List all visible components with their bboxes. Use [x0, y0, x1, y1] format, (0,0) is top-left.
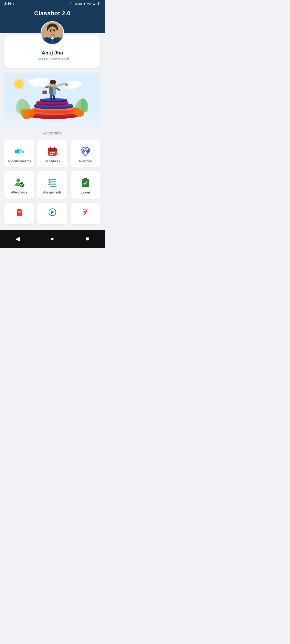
- svg-point-46: [54, 83, 55, 85]
- megaphone-icon: [14, 146, 25, 157]
- svg-point-45: [50, 80, 56, 84]
- network-icon: 4G+: [87, 2, 92, 5]
- status-left: 2:16 ↓: [4, 2, 15, 6]
- app-title: Classbot 2.0: [0, 10, 105, 17]
- schedules-label: Schedules: [45, 159, 60, 163]
- exams-label: Exams: [81, 191, 90, 194]
- person-check-icon: [14, 177, 25, 188]
- punches-label: Punches: [79, 159, 92, 163]
- fees-item[interactable]: [71, 203, 100, 224]
- svg-point-68: [16, 178, 20, 182]
- svg-point-64: [52, 152, 53, 153]
- punches-item[interactable]: Punches: [71, 140, 100, 167]
- svg-point-65: [53, 152, 55, 153]
- announcements-label: Announcements: [8, 159, 31, 163]
- academics-grid: Announcements Schedules: [0, 135, 105, 203]
- fingerprint-icon: [80, 146, 91, 157]
- svg-point-67: [52, 154, 53, 155]
- svg-point-7: [50, 30, 52, 32]
- svg-point-63: [50, 152, 51, 153]
- attendance-item[interactable]: Attendance: [4, 171, 34, 199]
- svg-rect-54: [15, 150, 16, 153]
- list-check-icon: [47, 177, 58, 188]
- academics-text: Academics: [43, 131, 61, 135]
- download-icon: ↓: [13, 2, 15, 6]
- bottom-nav: ◀ ● ■: [0, 230, 105, 248]
- volte-icon: VoLTE: [75, 2, 82, 5]
- svg-point-12: [15, 80, 23, 88]
- home-button[interactable]: ●: [47, 233, 58, 244]
- document-icon: [15, 208, 23, 216]
- announcements-item[interactable]: Announcements: [4, 140, 34, 167]
- profile-class: Class 8 State Board: [10, 57, 95, 61]
- signal-icon: ▲: [93, 2, 96, 5]
- svg-marker-81: [51, 211, 54, 214]
- assignments-label: Assignments: [43, 191, 62, 194]
- assignments-item[interactable]: Assignments: [37, 171, 67, 199]
- partial-grid: [0, 203, 105, 228]
- svg-line-57: [23, 152, 24, 153]
- avatar: [41, 21, 64, 45]
- svg-rect-76: [84, 179, 86, 180]
- rupee-icon: [81, 208, 89, 216]
- svg-point-9: [50, 34, 55, 36]
- vibrate-icon: 📳: [70, 2, 74, 5]
- battery-icon: 🔋: [97, 2, 100, 5]
- svg-point-15: [28, 79, 39, 85]
- wifi-icon: ▼: [83, 2, 86, 5]
- svg-rect-60: [48, 150, 57, 151]
- svg-point-66: [50, 154, 51, 155]
- back-button[interactable]: ◀: [12, 233, 23, 244]
- academics-label: Academics: [0, 126, 105, 135]
- profile-name: Anuj Jha: [10, 50, 95, 56]
- svg-line-55: [23, 150, 24, 150]
- banner-container: [4, 72, 100, 126]
- svg-point-8: [53, 30, 55, 32]
- attendance-label: Attendance: [11, 191, 27, 194]
- avatar-container: [41, 21, 64, 45]
- exams-item[interactable]: Exams: [71, 171, 100, 199]
- header: Classbot 2.0: [0, 7, 105, 33]
- recent-button[interactable]: ■: [82, 233, 93, 244]
- schedules-item[interactable]: Schedules: [37, 140, 67, 167]
- play-icon: [48, 208, 56, 216]
- notes-item[interactable]: [4, 203, 34, 224]
- videos-item[interactable]: [37, 203, 67, 224]
- time: 2:16: [4, 2, 11, 6]
- clipboard-check-icon: [80, 177, 91, 188]
- calendar-icon: [47, 146, 58, 157]
- status-bar: 2:16 ↓ 📳 VoLTE ▼ 4G+ ▲ 🔋: [0, 0, 105, 7]
- status-right: 📳 VoLTE ▼ 4G+ ▲ 🔋: [70, 2, 100, 5]
- svg-point-17: [70, 81, 82, 87]
